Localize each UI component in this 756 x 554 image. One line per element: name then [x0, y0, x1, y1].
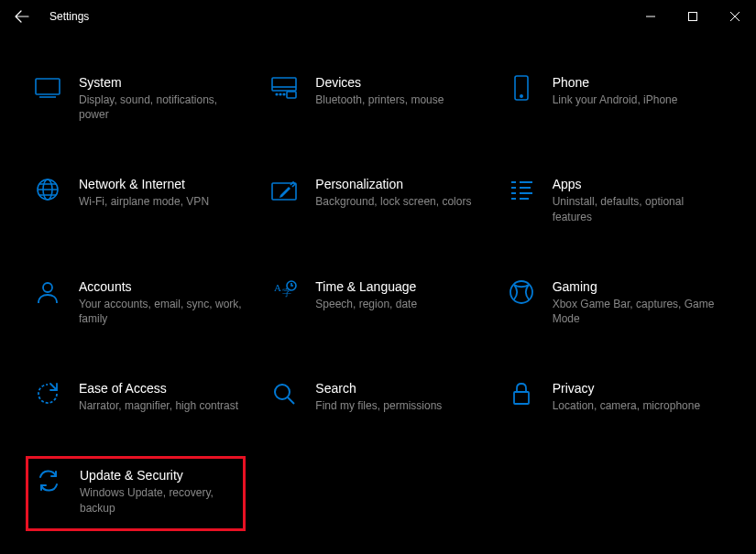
settings-item-ease[interactable]: Ease of Access Narrator, magnifier, high… [27, 375, 247, 417]
item-title: Personalization [315, 177, 478, 191]
settings-item-time[interactable]: A 字 Time & Language Speech, region, date [264, 274, 484, 330]
settings-item-apps[interactable]: Apps Uninstall, defaults, optional featu… [501, 171, 721, 227]
item-title: Privacy [553, 381, 716, 396]
settings-item-phone[interactable]: Phone Link your Android, iPhone [501, 70, 721, 125]
item-desc: Xbox Game Bar, captures, Game Mode [553, 297, 716, 326]
settings-item-personalization[interactable]: Personalization Background, lock screen,… [264, 171, 484, 227]
settings-item-update[interactable]: Update & Security Windows Update, recove… [26, 456, 246, 530]
item-desc: Uninstall, defaults, optional features [553, 194, 716, 223]
settings-item-accounts[interactable]: Accounts Your accounts, email, sync, wor… [27, 274, 247, 330]
item-desc: Background, lock screen, colors [315, 194, 478, 209]
maximize-button[interactable] [672, 0, 714, 33]
person-icon [33, 277, 62, 307]
update-icon [34, 466, 63, 495]
item-desc: Narrator, magnifier, high contrast [79, 398, 242, 413]
globe-icon [33, 175, 62, 204]
item-title: System [79, 75, 242, 90]
item-desc: Wi-Fi, airplane mode, VPN [79, 194, 242, 209]
settings-item-privacy[interactable]: Privacy Location, camera, microphone [501, 375, 721, 417]
item-title: Update & Security [80, 468, 237, 483]
titlebar: Settings [0, 0, 756, 33]
item-title: Ease of Access [79, 381, 242, 396]
settings-item-search[interactable]: Search Find my files, permissions [264, 375, 484, 417]
item-title: Apps [553, 177, 716, 191]
svg-text:A: A [274, 282, 281, 293]
arrow-left-icon [15, 9, 29, 24]
time-language-icon: A 字 [269, 277, 299, 307]
phone-icon [507, 73, 536, 103]
item-desc: Find my files, permissions [315, 398, 478, 413]
item-desc: Link your Android, iPhone [553, 92, 716, 107]
gaming-icon [507, 277, 536, 307]
svg-point-5 [280, 93, 282, 95]
settings-content: System Display, sound, notifications, po… [0, 33, 756, 525]
item-desc: Your accounts, email, sync, work, family [79, 297, 242, 326]
item-desc: Location, camera, microphone [553, 398, 716, 413]
settings-item-gaming[interactable]: Gaming Xbox Game Bar, captures, Game Mod… [501, 274, 721, 330]
search-icon [269, 379, 299, 408]
item-title: Gaming [553, 279, 716, 294]
item-title: Accounts [79, 279, 242, 294]
devices-icon [269, 73, 299, 103]
svg-point-4 [277, 93, 279, 95]
svg-text:字: 字 [282, 288, 291, 298]
item-title: Devices [315, 75, 478, 90]
svg-point-8 [520, 95, 521, 97]
window-controls [630, 0, 756, 33]
item-title: Time & Language [315, 279, 478, 294]
item-title: Search [315, 381, 478, 396]
settings-item-network[interactable]: Network & Internet Wi-Fi, airplane mode,… [27, 171, 247, 227]
window-title: Settings [49, 10, 89, 23]
item-desc: Windows Update, recovery, backup [80, 485, 237, 515]
personalization-icon [269, 175, 299, 204]
system-icon [33, 73, 62, 103]
item-title: Network & Internet [79, 177, 242, 191]
close-button[interactable] [714, 0, 756, 33]
lock-icon [507, 379, 536, 408]
ease-of-access-icon [33, 379, 62, 408]
maximize-icon [688, 12, 697, 21]
svg-point-12 [43, 283, 52, 292]
apps-icon [507, 175, 536, 204]
item-desc: Display, sound, notifications, power [79, 92, 242, 122]
svg-rect-1 [36, 79, 60, 94]
minimize-button[interactable] [630, 0, 672, 33]
svg-rect-3 [287, 92, 296, 98]
back-button[interactable] [0, 0, 44, 33]
svg-rect-18 [514, 392, 529, 404]
svg-rect-0 [689, 13, 697, 21]
item-desc: Speech, region, date [315, 297, 478, 311]
settings-item-system[interactable]: System Display, sound, notifications, po… [27, 70, 247, 125]
item-title: Phone [553, 75, 716, 90]
svg-rect-2 [272, 78, 296, 91]
svg-point-17 [275, 385, 290, 399]
svg-point-16 [510, 281, 532, 303]
minimize-icon [646, 12, 655, 21]
settings-item-devices[interactable]: Devices Bluetooth, printers, mouse [264, 70, 484, 125]
item-desc: Bluetooth, printers, mouse [315, 92, 478, 107]
close-icon [730, 12, 740, 21]
settings-grid: System Display, sound, notifications, po… [27, 70, 729, 525]
svg-point-6 [284, 93, 286, 95]
